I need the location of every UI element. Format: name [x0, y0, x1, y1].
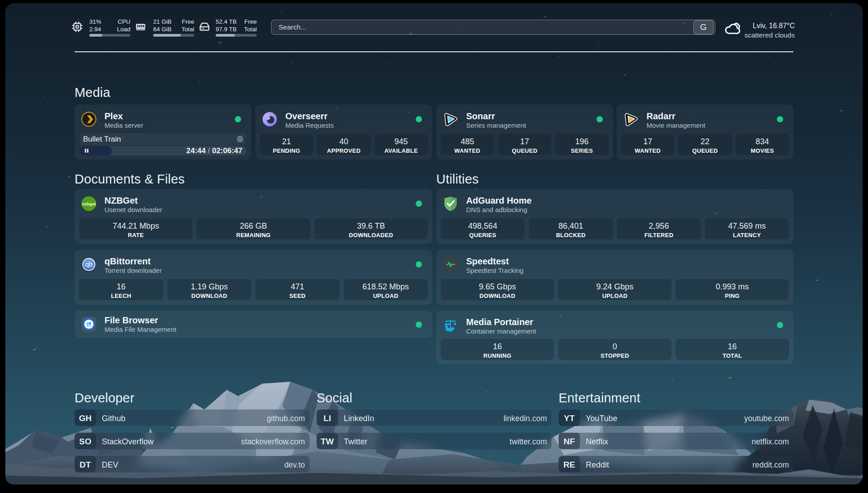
svg-text:qb: qb [85, 260, 92, 268]
svg-text:nzbget: nzbget [82, 201, 96, 206]
